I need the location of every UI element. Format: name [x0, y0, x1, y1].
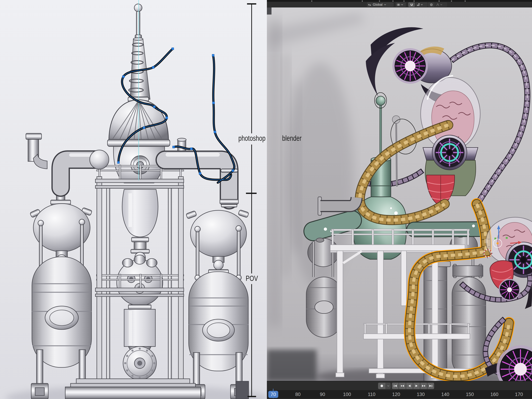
- chevron-down-icon: [387, 385, 389, 387]
- magnet-icon: [410, 3, 413, 6]
- topbar-icon-dot: [413, 0, 415, 2]
- frame-tick: 170: [515, 392, 523, 397]
- snap-toggle-button[interactable]: [408, 2, 415, 7]
- topbar-icon-dot: [362, 0, 363, 2]
- frame-tick: 150: [466, 392, 474, 397]
- right-tank-assembly: [186, 210, 249, 399]
- proportional-editing-toggle[interactable]: [428, 2, 435, 7]
- playhead-line[interactable]: [273, 389, 273, 399]
- blender-window: Global: [267, 0, 532, 399]
- photoshop-label: photoshop: [238, 134, 266, 143]
- topbar-icon-dot: [379, 0, 380, 2]
- teal-right-arm: [414, 224, 483, 229]
- frame-tick: 120: [392, 392, 400, 397]
- topbar-icon-dot: [451, 0, 452, 2]
- circle-dot-icon: [430, 3, 433, 6]
- timeline-editor: 70 8090100110120130140150160170: [267, 381, 532, 399]
- play-button[interactable]: [413, 383, 420, 389]
- viewport-header: Global: [267, 2, 532, 7]
- play-reverse-icon: [408, 385, 411, 387]
- blender-3d-viewport[interactable]: [267, 7, 532, 381]
- increment-grid-icon: [417, 3, 420, 6]
- linked-circles-icon: [397, 3, 400, 6]
- orientation-label: Global: [372, 3, 383, 6]
- chevron-down-icon: [401, 4, 403, 6]
- topbar-icon-dot: [465, 0, 466, 2]
- blender-label: blender: [282, 134, 301, 143]
- topbar-icon-dot: [393, 0, 393, 2]
- jump-to-end-button[interactable]: [427, 383, 434, 389]
- play-icon: [415, 385, 418, 387]
- frame-tick: 90: [320, 392, 325, 397]
- keying-dropdown[interactable]: [386, 383, 391, 389]
- frame-tick: 80: [295, 392, 301, 397]
- screenshot-root: photoshop POV Global: [0, 0, 532, 399]
- blender-viewport-artwork: [267, 7, 532, 381]
- timeline-header: [267, 381, 532, 390]
- axes-arrows-icon: [368, 3, 371, 6]
- record-dot-icon: [380, 384, 383, 387]
- chevron-down-icon: [421, 4, 423, 6]
- frame-tick: 140: [441, 392, 449, 397]
- left-tank-assembly: [30, 187, 92, 399]
- next-keyframe-icon: [422, 385, 426, 387]
- frame-tick: 100: [343, 392, 351, 397]
- auto-key-button[interactable]: [378, 383, 386, 389]
- previous-keyframe-icon: [400, 385, 404, 387]
- pivot-point-dropdown[interactable]: [396, 2, 406, 7]
- frame-ruler[interactable]: 70 8090100110120130140150160170: [267, 390, 532, 398]
- pov-label: POV: [242, 274, 261, 283]
- proportional-falloff-dropdown[interactable]: [435, 2, 447, 7]
- snap-target-dropdown[interactable]: [416, 2, 428, 7]
- topbar-icon-dot: [403, 0, 405, 2]
- frame-tick: 110: [368, 392, 375, 397]
- blender-topbar-cropped: [267, 0, 532, 2]
- transform-orientation-dropdown[interactable]: Global: [367, 2, 394, 7]
- previous-keyframe-button[interactable]: [399, 383, 406, 389]
- jump-to-end-icon: [429, 385, 433, 387]
- frame-tick: 130: [417, 392, 425, 397]
- topbar-icon-dot: [438, 0, 440, 2]
- bell-curve-icon: [436, 3, 439, 6]
- gray-antenna: [396, 122, 397, 187]
- play-reverse-button[interactable]: [406, 383, 413, 389]
- chevron-down-icon: [440, 4, 443, 6]
- photoshop-artwork: [0, 0, 267, 399]
- jump-to-start-icon: [393, 385, 397, 387]
- frame-tick: 160: [490, 392, 498, 397]
- jump-to-start-button[interactable]: [392, 383, 399, 389]
- next-keyframe-button[interactable]: [420, 383, 427, 389]
- topbar-icon-dot: [311, 0, 312, 2]
- timeline-channel-strip: [267, 398, 532, 399]
- photoshop-canvas[interactable]: photoshop POV: [0, 0, 267, 399]
- chevron-down-icon: [384, 4, 386, 6]
